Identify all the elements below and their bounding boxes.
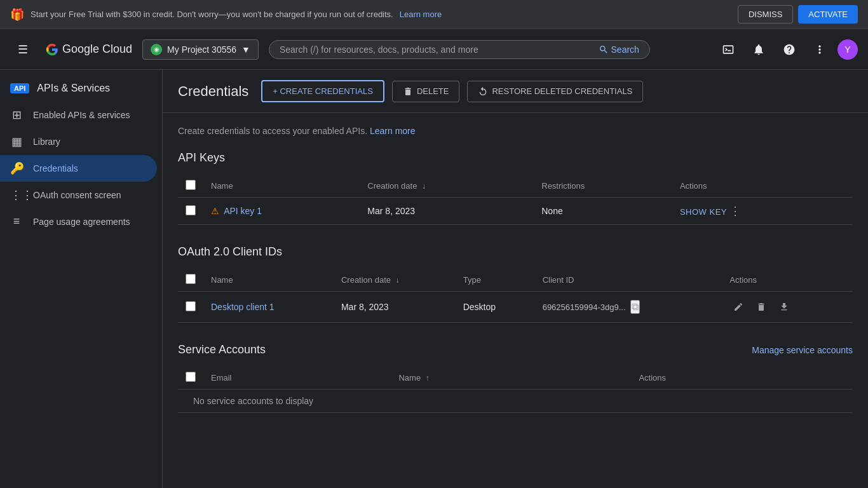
project-selector[interactable]: ◉ My Project 30556 ▼ xyxy=(142,39,259,60)
api-key-name-cell: ⚠ API key 1 xyxy=(203,198,360,225)
page-title: Credentials xyxy=(178,83,248,100)
sort-icon: ↑ xyxy=(426,374,430,383)
service-accounts-table: Email Name ↑ Actions No service accounts… xyxy=(178,367,853,413)
sidebar-item-credentials-label: Credentials xyxy=(33,163,78,173)
help-icon xyxy=(783,43,796,56)
sidebar-item-credentials[interactable]: 🔑 Credentials xyxy=(0,155,157,182)
learn-more-link[interactable]: Learn more xyxy=(370,126,416,136)
dismiss-button[interactable]: DISMISS xyxy=(738,5,793,24)
search-bar: Search xyxy=(269,40,650,59)
warning-icon: ⚠ xyxy=(211,206,219,216)
oauth-type-cell: Desktop xyxy=(456,292,535,323)
service-accounts-header: Service Accounts Manage service accounts xyxy=(178,343,853,356)
api-key-link[interactable]: API key 1 xyxy=(224,206,262,216)
api-keys-actions-col: Actions xyxy=(672,175,853,198)
sidebar-item-page-usage[interactable]: ≡ Page usage agreements xyxy=(0,208,157,234)
sidebar-item-oauth-label: OAuth consent screen xyxy=(33,190,121,200)
more-options-button[interactable] xyxy=(807,37,832,62)
project-icon: ◉ xyxy=(151,44,162,55)
sidebar-item-library-label: Library xyxy=(33,137,60,147)
create-credentials-button[interactable]: + CREATE CREDENTIALS xyxy=(261,80,384,102)
table-row: No service accounts to display xyxy=(178,390,853,413)
download-icon xyxy=(779,302,789,312)
avatar[interactable]: Y xyxy=(837,39,858,60)
sidebar-item-enabled[interactable]: ⊞ Enabled APIs & services xyxy=(0,102,157,128)
library-icon: ▦ xyxy=(10,135,23,149)
oauth-client-id-col: Client ID xyxy=(535,269,722,292)
banner-learn-more-link[interactable]: Learn more xyxy=(400,10,442,19)
sa-empty-cell: No service accounts to display xyxy=(178,390,853,413)
sa-select-all[interactable] xyxy=(186,372,196,382)
oauth-client-id-cell: 696256159994-3dg9... ⧉ xyxy=(535,292,722,323)
oauth-name-cell: Desktop client 1 xyxy=(203,292,334,323)
oauth-client-link[interactable]: Desktop client 1 xyxy=(211,302,275,312)
api-keys-select-all[interactable] xyxy=(186,180,196,190)
google-cloud-logo[interactable]: Google Cloud xyxy=(46,43,132,56)
oauth-table: Name Creation date ↓ Type Client ID Acti… xyxy=(178,269,853,323)
notifications-button[interactable] xyxy=(746,37,771,62)
api-key-checkbox[interactable] xyxy=(186,205,196,215)
app-header: ☰ Google Cloud ◉ My Project 30556 ▼ Sear… xyxy=(0,29,868,70)
delete-oauth-button[interactable] xyxy=(752,298,770,316)
key-icon: 🔑 xyxy=(10,161,23,175)
oauth-section: OAuth 2.0 Client IDs Name Creation date … xyxy=(178,245,853,323)
show-key-button[interactable]: SHOW KEY xyxy=(680,207,727,217)
oauth-header-row: Name Creation date ↓ Type Client ID Acti… xyxy=(178,269,853,292)
credentials-header: Credentials + CREATE CREDENTIALS DELETE … xyxy=(163,70,868,113)
api-keys-name-col: Name xyxy=(203,175,360,198)
sa-name-col: Name ↑ xyxy=(391,367,631,390)
trash-icon xyxy=(403,86,413,97)
oauth-checkbox-cell xyxy=(178,292,203,323)
search-button[interactable]: Search xyxy=(599,44,639,55)
edit-button[interactable] xyxy=(729,298,747,316)
oauth-checkbox[interactable] xyxy=(186,301,196,311)
oauth-actions-col: Actions xyxy=(722,269,853,292)
oauth-icon: ⋮⋮ xyxy=(10,188,23,202)
page-icon: ≡ xyxy=(10,215,23,228)
restore-button[interactable]: RESTORE DELETED CREDENTIALS xyxy=(467,81,643,102)
api-key-checkbox-cell xyxy=(178,198,203,225)
sidebar-item-library[interactable]: ▦ Library xyxy=(0,128,157,155)
download-button[interactable] xyxy=(775,298,793,316)
api-keys-table: Name Creation date ↓ Restrictions Action… xyxy=(178,175,853,225)
api-keys-section: API Keys Name Creation date ↓ Restrictio… xyxy=(178,151,853,225)
oauth-date-cell: Mar 8, 2023 xyxy=(334,292,456,323)
manage-service-accounts-link[interactable]: Manage service accounts xyxy=(752,345,853,355)
sidebar-title: APIs & Services xyxy=(37,83,110,94)
grid-icon: ⊞ xyxy=(10,108,23,122)
search-icon xyxy=(599,44,609,55)
delete-button[interactable]: DELETE xyxy=(392,81,460,102)
api-keys-date-col: Creation date ↓ xyxy=(360,175,534,198)
delete-icon xyxy=(756,302,766,312)
oauth-select-all[interactable] xyxy=(186,274,196,284)
oauth-action-icons xyxy=(729,298,845,316)
oauth-date-col: Creation date ↓ xyxy=(334,269,456,292)
api-key-restrictions-cell: None xyxy=(534,198,672,225)
header-icons: Y xyxy=(715,37,858,62)
chevron-down-icon: ▼ xyxy=(241,44,250,55)
help-button[interactable] xyxy=(776,37,802,62)
activate-button[interactable]: ACTIVATE xyxy=(798,5,858,24)
banner-text: Start your Free Trial with $300 in credi… xyxy=(31,10,393,19)
oauth-title: OAuth 2.0 Client IDs xyxy=(178,245,853,259)
search-label: Search xyxy=(611,44,639,55)
sidebar-item-oauth[interactable]: ⋮⋮ OAuth consent screen xyxy=(0,182,157,208)
api-key-date-cell: Mar 8, 2023 xyxy=(360,198,534,225)
sidebar-header: API APIs & Services xyxy=(0,75,162,102)
sort-icon: ↓ xyxy=(396,276,400,285)
oauth-type-col: Type xyxy=(456,269,535,292)
api-keys-restrictions-col: Restrictions xyxy=(534,175,672,198)
bell-icon xyxy=(752,43,765,56)
restore-label: RESTORE DELETED CREDENTIALS xyxy=(492,86,632,96)
google-logo-icon xyxy=(46,43,58,56)
service-accounts-section: Service Accounts Manage service accounts… xyxy=(178,343,853,413)
api-badge: API xyxy=(10,83,29,93)
cloud-shell-button[interactable] xyxy=(715,37,741,62)
search-input[interactable] xyxy=(280,44,593,55)
free-trial-banner: 🎁 Start your Free Trial with $300 in cre… xyxy=(0,0,868,29)
copy-client-id-button[interactable]: ⧉ xyxy=(630,300,640,314)
gift-icon: 🎁 xyxy=(10,8,24,22)
api-key-more-icon[interactable]: ⋮ xyxy=(729,205,741,217)
menu-icon[interactable]: ☰ xyxy=(10,37,36,62)
api-keys-title: API Keys xyxy=(178,151,853,165)
